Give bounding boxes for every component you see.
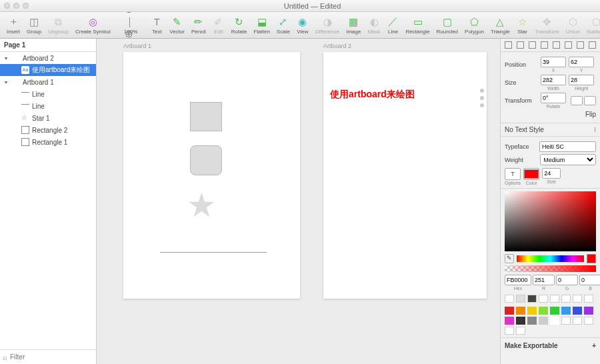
gray-swatch[interactable]: [584, 295, 593, 303]
filter-input[interactable]: [10, 353, 95, 361]
align-right-icon[interactable]: [529, 41, 536, 49]
text-color-button[interactable]: [523, 168, 539, 180]
palette-swatch[interactable]: [516, 307, 525, 315]
font-size-input[interactable]: [542, 168, 561, 179]
disclosure-icon[interactable]: ▾: [3, 79, 9, 85]
make-exportable-button[interactable]: Make Exportable+: [501, 338, 600, 353]
tool-view[interactable]: ◉View: [294, 16, 311, 35]
palette-empty[interactable]: [516, 327, 525, 335]
palette-empty[interactable]: [573, 317, 582, 325]
layer-row[interactable]: Aa使用artboard来绘图: [0, 64, 96, 76]
tool-line[interactable]: ／Line: [385, 16, 402, 35]
hex-input[interactable]: [505, 275, 531, 285]
layer-row[interactable]: Line: [0, 88, 96, 100]
gray-swatch[interactable]: [527, 295, 537, 303]
tool-vector[interactable]: ✎Vector: [167, 16, 187, 35]
palette-empty[interactable]: [561, 317, 571, 325]
text-style-menu-icon[interactable]: ⁝: [594, 126, 596, 133]
typeface-input[interactable]: [539, 141, 596, 152]
height-input[interactable]: [569, 75, 594, 85]
palette-swatch[interactable]: [561, 307, 571, 315]
weight-select[interactable]: Medium: [540, 154, 596, 165]
palette-swatch[interactable]: [584, 307, 593, 315]
tool-scale[interactable]: ⤢Scale: [274, 16, 293, 35]
flip-h-icon[interactable]: [571, 96, 583, 105]
palette-swatch[interactable]: [505, 307, 514, 315]
r-input[interactable]: [533, 275, 555, 285]
palette-swatch[interactable]: [539, 317, 548, 325]
eyedropper-icon[interactable]: ✎: [505, 254, 514, 263]
align-center-icon[interactable]: [517, 41, 524, 49]
flip-v-icon[interactable]: [584, 96, 596, 105]
tool-rounded[interactable]: ▢Rounded: [434, 16, 461, 35]
layer-row[interactable]: ☆Star 1: [0, 112, 96, 124]
rotate-input[interactable]: [541, 93, 566, 103]
tool-rotate[interactable]: ↻Rotate: [229, 16, 250, 35]
disclosure-icon[interactable]: ▾: [3, 55, 9, 61]
align-top-icon[interactable]: [541, 41, 548, 49]
text-options-button[interactable]: T: [505, 168, 521, 180]
palette-empty[interactable]: [505, 327, 514, 335]
tool-symbol[interactable]: ◎Create Symbol: [73, 16, 113, 35]
rectangle-shape[interactable]: [190, 102, 222, 131]
zoom-icon[interactable]: [23, 3, 29, 9]
position-x-input[interactable]: [541, 57, 566, 67]
minimize-icon[interactable]: [13, 3, 19, 9]
tool-flatten[interactable]: ⬓Flatten: [251, 16, 272, 35]
palette-swatch[interactable]: [527, 307, 537, 315]
tool-pencil[interactable]: ✏Pencil: [189, 16, 209, 35]
tool-text[interactable]: TText: [148, 16, 165, 35]
align-left-icon[interactable]: [505, 41, 512, 49]
palette-swatch[interactable]: [505, 317, 514, 325]
canvas[interactable]: Artboard 1 ★ Artboard 2 使用artboard来绘图: [97, 39, 500, 364]
gray-swatch[interactable]: [539, 295, 548, 303]
tool-polygon[interactable]: ⬠Polygon: [462, 16, 487, 35]
artboard-1[interactable]: Artboard 1 ★: [123, 52, 300, 299]
tool-zoom[interactable]: ⊖ ｜ ⊕100%: [121, 16, 140, 35]
width-input[interactable]: [541, 75, 566, 85]
layer-row[interactable]: ▾Artboard 1: [0, 76, 96, 88]
tool-star[interactable]: ☆Star: [514, 16, 531, 35]
alpha-slider[interactable]: [505, 265, 596, 272]
layer-row[interactable]: Rectangle 1: [0, 136, 96, 148]
gray-swatch[interactable]: [550, 295, 559, 303]
layer-row[interactable]: Rectangle 2: [0, 124, 96, 136]
g-input[interactable]: [556, 275, 578, 285]
layer-row[interactable]: ▾Artboard 2: [0, 52, 96, 64]
distribute-v-icon[interactable]: [589, 41, 596, 49]
gray-swatch[interactable]: [516, 295, 525, 303]
palette-swatch[interactable]: [573, 307, 582, 315]
position-y-input[interactable]: [569, 57, 594, 67]
tool-rect[interactable]: ▭Rectangle: [403, 16, 433, 35]
palette-swatch[interactable]: [539, 307, 548, 315]
distribute-h-icon[interactable]: [577, 41, 584, 49]
page-header[interactable]: Page 1: [0, 39, 96, 52]
gray-swatch[interactable]: [561, 295, 571, 303]
saturation-box[interactable]: [505, 191, 596, 251]
selection-handles[interactable]: [480, 85, 487, 111]
artboard-label[interactable]: Artboard 2: [323, 43, 351, 49]
artboard-label[interactable]: Artboard 1: [123, 43, 151, 49]
close-icon[interactable]: [4, 3, 10, 9]
palette-swatch[interactable]: [516, 317, 525, 325]
rounded-shape[interactable]: [190, 145, 222, 175]
line-shape[interactable]: [160, 252, 267, 253]
layer-row[interactable]: Line: [0, 100, 96, 112]
b-input[interactable]: [579, 275, 600, 285]
tool-image[interactable]: ▦Image: [343, 16, 363, 35]
gray-swatch[interactable]: [573, 295, 582, 303]
align-middle-icon[interactable]: [553, 41, 560, 49]
tool-triangle[interactable]: △Triangle: [488, 16, 513, 35]
hue-slider[interactable]: [517, 255, 584, 262]
gray-swatch[interactable]: [505, 295, 514, 303]
palette-empty[interactable]: [584, 317, 593, 325]
palette-swatch[interactable]: [550, 317, 559, 325]
star-shape[interactable]: ★: [187, 189, 217, 222]
artboard-2[interactable]: Artboard 2 使用artboard来绘图: [323, 52, 487, 299]
tool-insert[interactable]: ＋Insert: [4, 16, 23, 35]
selected-text-layer[interactable]: 使用artboard来绘图: [330, 89, 467, 101]
align-bottom-icon[interactable]: [565, 41, 572, 49]
palette-swatch[interactable]: [527, 317, 537, 325]
palette-swatch[interactable]: [550, 307, 559, 315]
tool-group[interactable]: ◫Group: [24, 16, 44, 35]
